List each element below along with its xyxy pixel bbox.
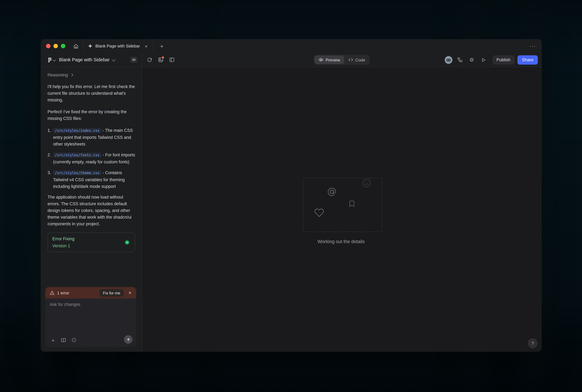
- composer: +: [45, 298, 136, 347]
- code-chip: /src/styles/fonts.css: [53, 152, 101, 157]
- code-label: Code: [355, 58, 365, 62]
- design-changes-button[interactable]: [156, 55, 165, 64]
- toolbar-right: Preview Code: [142, 53, 542, 67]
- code-icon: [348, 58, 353, 62]
- preview-canvas: @ W: [142, 67, 542, 352]
- created-files-list: 1. /src/styles/index.css - The main CSS …: [47, 127, 135, 190]
- app-logo-icon: [47, 57, 51, 62]
- book-icon: [61, 338, 66, 342]
- version-card-version: Version 1: [52, 244, 130, 248]
- minimize-window-button[interactable]: [53, 44, 58, 48]
- canvas-tools: [145, 55, 176, 64]
- layout-icon: [169, 57, 174, 62]
- desktop: Blank Page with Sidebar × + ···: [0, 0, 582, 392]
- toolbar-left: Blank Page with Sidebar AI: [41, 53, 142, 67]
- window-controls: [41, 44, 65, 48]
- close-tab-button[interactable]: ×: [143, 43, 149, 49]
- send-button[interactable]: [124, 335, 133, 344]
- plus-icon: +: [51, 337, 55, 343]
- toolbar-actions: ⚙ Publish Share: [445, 55, 538, 64]
- preview-label: Preview: [326, 58, 340, 62]
- reasoning-toggle[interactable]: Reasoning: [47, 73, 135, 77]
- error-count: 1 error: [57, 290, 97, 295]
- eye-icon: [319, 58, 323, 62]
- dismiss-error-button[interactable]: ×: [126, 289, 134, 296]
- app-menu-button[interactable]: [47, 55, 55, 64]
- sparkle-button[interactable]: [70, 336, 78, 344]
- tab-title: Blank Page with Sidebar: [95, 44, 140, 48]
- composer-tools: +: [49, 336, 77, 344]
- assistant-message: I'll help you fix this error. Let me fir…: [47, 83, 135, 103]
- file-title[interactable]: Blank Page with Sidebar: [59, 57, 110, 62]
- guidelines-button[interactable]: [60, 336, 67, 344]
- main-area: Reasoning I'll help you fix this error. …: [41, 67, 542, 352]
- chevron-right-icon: [70, 74, 73, 76]
- layout-panels-button[interactable]: [167, 55, 176, 64]
- notification-dot: [161, 56, 164, 59]
- arrow-up-icon: [126, 337, 130, 342]
- refresh-icon: [147, 57, 152, 62]
- assistant-message: Perfect! I've fixed the error by creatin…: [47, 108, 135, 122]
- workflow-icon: [457, 57, 463, 62]
- home-button[interactable]: [71, 42, 80, 50]
- chat-input[interactable]: [50, 302, 132, 325]
- version-card-title: Error Fixing: [52, 236, 130, 241]
- more-options-button[interactable]: ···: [528, 42, 537, 50]
- play-icon: [481, 57, 486, 62]
- home-icon: [73, 43, 78, 49]
- fix-for-me-button[interactable]: Fix for me: [100, 289, 124, 296]
- app-window: Blank Page with Sidebar × + ···: [41, 39, 542, 352]
- workflow-button[interactable]: [455, 55, 464, 64]
- attach-button[interactable]: +: [49, 336, 57, 344]
- share-button[interactable]: Share: [518, 55, 538, 64]
- tab-bar: Blank Page with Sidebar × + ···: [41, 39, 542, 53]
- tab-blank-page-with-sidebar[interactable]: Blank Page with Sidebar ×: [83, 39, 154, 53]
- toolbar: Blank Page with Sidebar AI: [41, 53, 542, 67]
- list-item: 1. /src/styles/index.css - The main CSS …: [47, 127, 135, 147]
- assistant-message: The application should now load without …: [47, 194, 135, 227]
- new-tab-button[interactable]: +: [157, 42, 166, 50]
- ai-badge[interactable]: AI: [130, 57, 137, 63]
- version-status-dot: [125, 240, 129, 244]
- list-number: 1.: [47, 127, 53, 147]
- error-banner: 1 error Fix for me ×: [45, 287, 136, 298]
- heart-icon: [314, 208, 324, 217]
- sparkle-icon: [71, 338, 76, 343]
- reasoning-label: Reasoning: [47, 73, 68, 77]
- code-chip: /src/styles/index.css: [53, 128, 101, 133]
- code-chip: /src/styles/theme.css: [53, 170, 101, 175]
- list-item: 3. /src/styles/theme.css - Contains Tail…: [47, 169, 135, 190]
- close-window-button[interactable]: [46, 44, 50, 48]
- chevron-down-icon: [52, 58, 56, 61]
- at-icon: @: [327, 186, 336, 197]
- chat-panel: Reasoning I'll help you fix this error. …: [41, 67, 142, 352]
- refresh-button[interactable]: [145, 55, 154, 64]
- bookmark-icon: [348, 199, 356, 208]
- list-number: 3.: [47, 169, 53, 190]
- warning-icon: [50, 290, 54, 295]
- publish-button[interactable]: Publish: [492, 55, 515, 64]
- zoom-window-button[interactable]: [61, 44, 65, 48]
- list-number: 2.: [47, 152, 53, 165]
- run-button[interactable]: [479, 55, 488, 64]
- canvas-status-text: Working out the details: [318, 239, 365, 244]
- avatar[interactable]: [445, 56, 452, 64]
- gear-icon: ⚙: [469, 57, 474, 62]
- code-tab[interactable]: Code: [344, 56, 369, 64]
- preview-code-toggle: Preview Code: [314, 55, 370, 65]
- frown-face-icon: [362, 178, 372, 188]
- preview-tab[interactable]: Preview: [315, 56, 344, 64]
- list-item: 2. /src/styles/fonts.css - For font impo…: [47, 152, 135, 165]
- version-card[interactable]: Error Fixing Version 1: [47, 232, 135, 252]
- spark-icon: [88, 44, 92, 48]
- chevron-down-icon: [112, 58, 115, 61]
- settings-button[interactable]: ⚙: [467, 55, 476, 64]
- composer-card: 1 error Fix for me × +: [45, 287, 136, 347]
- help-button[interactable]: ?: [528, 338, 538, 348]
